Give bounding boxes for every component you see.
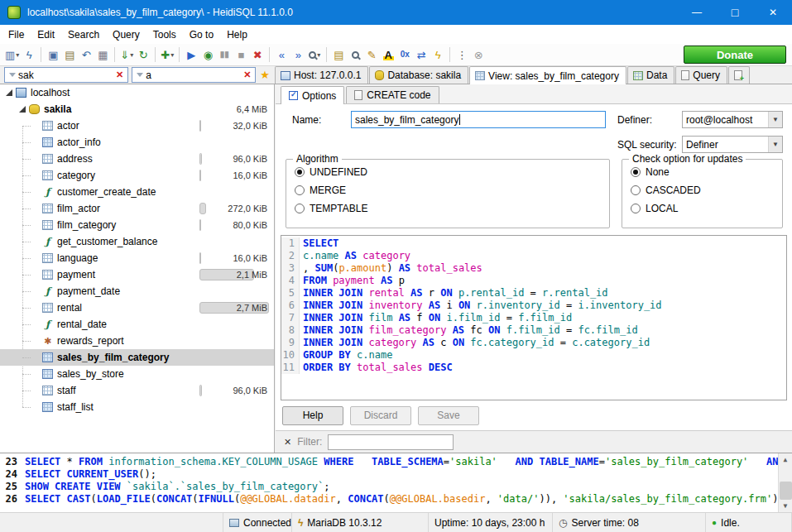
disconnect-icon[interactable]: ϟ <box>21 46 37 64</box>
sql-log-panel[interactable]: 23SELECT * FROM information_schema.KEY_C… <box>0 453 792 512</box>
tree-item-label: get_customer_balance <box>57 236 157 247</box>
favorites-filter-icon[interactable]: ★ <box>260 69 270 81</box>
discard-button[interactable]: Discard <box>350 406 411 425</box>
tree-item-language[interactable]: language16,0 KiB <box>0 250 274 266</box>
maximize-button[interactable]: □ <box>716 0 754 25</box>
options-icon <box>289 91 298 100</box>
hex-icon[interactable]: 0x <box>396 46 413 64</box>
scroll-down-icon[interactable]: ▼ <box>779 500 792 512</box>
stop-icon[interactable]: ■ <box>233 46 249 64</box>
sql-view-body-editor[interactable]: 1SELECT2c.name AS category3, SUM(p.amoun… <box>281 235 787 400</box>
menu-item-edit[interactable]: Edit <box>31 26 61 43</box>
tree-item-actor_info[interactable]: actor_info <box>0 134 274 151</box>
sql-security-combo[interactable]: Definer ▼ <box>682 136 783 153</box>
tree-item-rewards_report[interactable]: ✱rewards_report <box>0 333 274 349</box>
table-icon <box>42 303 53 313</box>
tab-options[interactable]: Options <box>281 86 344 104</box>
tree-item-film_category[interactable]: film_category80,0 KiB <box>0 217 274 233</box>
more-icon[interactable]: ⋮ <box>454 46 470 64</box>
tab-view-sales-by-film-category[interactable]: View: sales_by_film_category <box>469 66 626 84</box>
radio-undefined[interactable]: UNDEFINED <box>295 165 609 178</box>
radio-temptable[interactable]: TEMPTABLE <box>295 202 609 214</box>
radio-cascaded[interactable]: CASCADED <box>631 184 782 196</box>
menu-item-search[interactable]: Search <box>61 26 106 43</box>
undo-icon[interactable]: ↶ <box>78 46 94 64</box>
view-name-input[interactable]: sales_by_film_category <box>351 111 606 128</box>
tree-item-film_actor[interactable]: film_actor272,0 KiB <box>0 200 274 217</box>
session-manager-icon[interactable]: ▥▾ <box>3 46 21 64</box>
table-filter-input[interactable]: a✕ <box>132 67 256 83</box>
snippets-icon[interactable]: ▤ <box>330 46 347 64</box>
code-line: 5INNER JOIN rental AS r ON p.rental_id =… <box>281 287 786 300</box>
save-button[interactable]: Save <box>418 406 479 425</box>
reformat-icon[interactable]: ⇄ <box>413 46 430 64</box>
tree-item-sakila[interactable]: sakila6,4 MiB <box>0 101 274 117</box>
tab-newquery[interactable] <box>728 66 750 84</box>
tab-query[interactable]: Query <box>675 66 727 84</box>
clear-filter-icon[interactable]: ✕ <box>113 69 126 80</box>
clear-filter-icon[interactable]: ✕ <box>241 69 253 80</box>
tree-item-category[interactable]: category16,0 KiB <box>0 167 274 184</box>
highlight-icon[interactable]: A <box>380 46 396 64</box>
bolt-icon[interactable]: ϟ <box>430 46 446 64</box>
tree-item-rental[interactable]: rental2,7 MiB <box>0 300 274 316</box>
donate-button[interactable]: Donate <box>684 46 786 64</box>
radio-local[interactable]: LOCAL <box>631 202 782 214</box>
tree-item-sales_by_film_category[interactable]: sales_by_film_category <box>0 349 274 366</box>
tree-item-payment[interactable]: payment2,1 MiB <box>0 266 274 283</box>
radio-none[interactable]: None <box>631 165 782 178</box>
print-icon[interactable]: ▦ <box>94 46 111 64</box>
menu-item-tools[interactable]: Tools <box>146 26 183 43</box>
menu-item-file[interactable]: File <box>2 26 31 43</box>
menu-item-go-to[interactable]: Go to <box>183 26 220 43</box>
next-icon[interactable]: » <box>290 46 306 64</box>
minimize-button[interactable]: — <box>678 0 716 25</box>
grid-filter-input[interactable] <box>328 434 454 450</box>
database-filter-input[interactable]: sak✕ <box>4 67 128 83</box>
menu-item-help[interactable]: Help <box>220 26 254 43</box>
tree-item-get_customer_balance[interactable]: ƒget_customer_balance <box>0 233 274 250</box>
chevron-down-icon[interactable]: ▼ <box>768 137 782 152</box>
close-filter-icon[interactable]: ✕ <box>284 437 291 448</box>
copy-icon[interactable]: ▣ <box>45 46 61 64</box>
tree-item-address[interactable]: address96,0 KiB <box>0 151 274 167</box>
pause-icon[interactable]: ▮▮ <box>216 46 233 64</box>
tree-item-localhost[interactable]: localhost <box>0 84 274 101</box>
tree-item-payment_date[interactable]: ƒpayment_date <box>0 283 274 300</box>
filter-icon <box>9 73 16 77</box>
log-scrollbar[interactable]: ▲ ▼ <box>778 453 792 512</box>
tree-item-sales_by_store[interactable]: sales_by_store <box>0 366 274 382</box>
database-tree[interactable]: localhostsakila6,4 MiBactor32,0 KiBactor… <box>0 84 275 453</box>
scrollbar-thumb[interactable] <box>780 482 792 500</box>
create-new-icon[interactable]: ✚▾ <box>159 46 175 64</box>
tree-item-staff_list[interactable]: staff_list <box>0 399 274 415</box>
find-text-icon[interactable] <box>347 46 363 64</box>
previous-icon[interactable]: « <box>273 46 290 64</box>
tab-database-sakila[interactable]: Database: sakila <box>369 66 468 84</box>
tree-item-customer_create_date[interactable]: ƒcustomer_create_date <box>0 184 274 200</box>
scroll-up-icon[interactable]: ▲ <box>779 453 792 466</box>
search-icon[interactable]: ▾ <box>306 46 323 64</box>
run-current-icon[interactable]: ◉ <box>199 46 216 64</box>
tab-host-127-0-0-1[interactable]: Host: 127.0.0.1 <box>275 66 368 84</box>
tab-create-code[interactable]: CREATE code <box>346 86 439 103</box>
tree-item-rental_date[interactable]: ƒrental_date <box>0 316 274 333</box>
tree-item-staff[interactable]: staff96,0 KiB <box>0 382 274 399</box>
cancel-icon[interactable]: ✖ <box>249 46 266 64</box>
chevron-down-icon[interactable]: ▼ <box>768 112 782 127</box>
expander-icon[interactable] <box>17 106 27 113</box>
expander-icon[interactable] <box>3 89 14 96</box>
paste-icon[interactable]: ▤ <box>61 46 78 64</box>
definer-combo[interactable]: root@localhost ▼ <box>682 111 783 128</box>
export-icon[interactable]: ⇓▾ <box>118 46 135 64</box>
run-icon[interactable]: ▶ <box>183 46 199 64</box>
abort-icon[interactable]: ⊗ <box>470 46 487 64</box>
radio-merge[interactable]: MERGE <box>295 184 609 196</box>
close-button[interactable]: ✕ <box>754 0 792 25</box>
menu-item-query[interactable]: Query <box>106 26 146 43</box>
help-button[interactable]: Help <box>282 406 343 425</box>
tab-data[interactable]: Data <box>627 66 674 84</box>
edit-icon[interactable]: ✎ <box>363 46 380 64</box>
tree-item-actor[interactable]: actor32,0 KiB <box>0 117 274 134</box>
refresh-icon[interactable]: ↻ <box>135 46 151 64</box>
